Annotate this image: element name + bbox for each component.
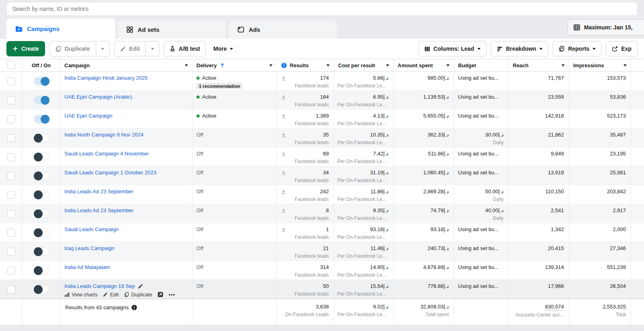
column-header-cost-per-result[interactable]: Cost per result <box>334 59 394 71</box>
column-header-reach[interactable]: Reach <box>509 59 569 71</box>
row-checkbox[interactable] <box>7 77 15 85</box>
campaign-toggle[interactable] <box>34 247 49 256</box>
row-checkbox[interactable] <box>7 267 15 275</box>
download-results-icon[interactable] <box>281 94 287 100</box>
view-charts-button[interactable]: View charts <box>64 292 97 298</box>
active-status-dot <box>196 95 200 99</box>
download-results-icon[interactable] <box>281 151 287 157</box>
tab-ads[interactable]: Ads <box>229 20 337 39</box>
budget-value: 40.00د.إ <box>457 207 504 214</box>
edit-dropdown[interactable] <box>146 41 159 56</box>
campaign-name-link[interactable]: India Leads Ad 23 September <box>64 188 133 194</box>
total-reach[interactable]: 830,574 <box>545 303 564 310</box>
column-header-delivery[interactable]: Delivery <box>192 59 277 71</box>
download-results-icon[interactable] <box>281 227 287 233</box>
search-input[interactable]: Search by name, ID or metrics <box>6 2 638 16</box>
column-header-impressions[interactable]: Impressions <box>569 59 631 71</box>
export-button[interactable]: Exp <box>606 41 638 56</box>
campaign-toggle[interactable] <box>34 209 49 218</box>
edit-button[interactable]: Edit <box>114 41 146 56</box>
campaign-name-link[interactable]: UAE Ejari Campaign (Arabic) <box>64 94 132 100</box>
campaign-toggle[interactable] <box>34 190 49 199</box>
campaign-name-link[interactable]: India North Campaign 9 Nov 2024 <box>64 132 144 138</box>
download-results-icon[interactable] <box>281 75 287 81</box>
campaign-name-link[interactable]: UAE Ejari Campaign <box>64 113 112 119</box>
campaign-name-link[interactable]: India Leads Ad 23 September <box>64 207 133 213</box>
reports-button[interactable]: Reports <box>553 41 602 56</box>
chevron-down-icon[interactable] <box>386 64 389 66</box>
download-results-icon[interactable] <box>281 189 287 195</box>
campaign-name-link[interactable]: India Campaign Hindi January 2025 <box>64 75 148 81</box>
chevron-down-icon[interactable] <box>623 64 627 66</box>
row-checkbox[interactable] <box>7 134 15 142</box>
select-all-checkbox[interactable] <box>7 61 15 69</box>
delivery-status: Off <box>196 132 203 138</box>
more-button[interactable]: More <box>210 41 236 56</box>
ab-test-button[interactable]: A/B test <box>163 41 206 56</box>
row-checkbox[interactable] <box>7 96 15 104</box>
breakdown-button[interactable]: Breakdown <box>491 41 549 56</box>
campaign-toggle[interactable] <box>34 153 49 161</box>
campaign-toggle[interactable] <box>34 77 49 85</box>
cost-type: Per On-Facebook Le... <box>337 158 388 165</box>
column-header-results[interactable]: Results <box>277 59 334 71</box>
download-results-icon[interactable] <box>281 132 287 138</box>
info-icon[interactable] <box>131 304 137 310</box>
duplicate-dropdown[interactable] <box>96 41 110 56</box>
tab-ad-sets[interactable]: Ad sets <box>118 20 226 39</box>
recommendation-badge[interactable]: 1 recommendation <box>196 83 242 89</box>
row-checkbox[interactable] <box>7 115 15 123</box>
campaign-toggle[interactable] <box>34 228 49 237</box>
campaign-toggle[interactable] <box>34 96 49 104</box>
more-options-button[interactable]: ••• <box>169 292 175 298</box>
campaign-name-link[interactable]: Saudi Leads Campaign 4 November <box>64 151 149 157</box>
campaign-name-link[interactable]: India Ad Malayalam <box>64 264 110 270</box>
campaign-toggle[interactable] <box>34 266 49 275</box>
duplicate-button[interactable]: Duplicate <box>49 41 96 56</box>
reach-value: 142,918 <box>512 112 564 119</box>
chevron-down-icon[interactable] <box>185 64 188 66</box>
campaign-toggle[interactable] <box>34 115 49 123</box>
chevron-down-icon[interactable] <box>561 64 565 66</box>
tab-campaigns[interactable]: Campaigns <box>6 19 115 39</box>
chevron-down-icon[interactable] <box>326 64 330 66</box>
horizontal-scrollbar-track[interactable] <box>0 325 644 331</box>
row-edit-button[interactable]: Edit <box>103 292 119 298</box>
chevron-down-icon[interactable] <box>446 64 450 66</box>
date-range-button[interactable]: Maximum: Jan 15, <box>568 19 644 35</box>
campaign-name-link[interactable]: Saudi Leads Campaign 1 October 2023 <box>64 170 156 176</box>
open-in-icon[interactable] <box>157 292 163 298</box>
campaign-toggle[interactable] <box>34 172 49 180</box>
row-duplicate-button[interactable]: Duplicate <box>124 292 152 298</box>
campaign-name-link[interactable]: India Leads Campaign 18 Sep <box>64 283 135 289</box>
download-results-icon[interactable] <box>281 113 287 119</box>
campaign-name-link[interactable]: Iraq Leads Campaign <box>64 245 114 251</box>
row-checkbox[interactable] <box>7 285 15 294</box>
total-impressions: 2,553,325 <box>572 303 626 310</box>
row-checkbox[interactable] <box>7 248 15 256</box>
row-checkbox[interactable] <box>7 210 15 218</box>
flask-icon <box>169 46 175 52</box>
create-button[interactable]: Create <box>6 41 45 56</box>
columns-button[interactable]: Columns: Lead <box>418 41 487 56</box>
column-header-campaign[interactable]: Campaign <box>60 59 192 71</box>
info-icon[interactable] <box>281 62 287 68</box>
table-row: India Leads Campaign 18 SepView chartsEd… <box>0 280 644 299</box>
campaign-toggle[interactable] <box>34 285 49 294</box>
chevron-down-icon[interactable] <box>269 64 272 66</box>
delivery-status: Off <box>196 151 203 157</box>
download-results-icon[interactable] <box>281 170 287 176</box>
row-checkbox[interactable] <box>7 229 15 237</box>
calendar-icon <box>573 24 580 31</box>
row-hover-actions: View chartsEditDuplicate••• <box>64 292 188 298</box>
column-header-budget[interactable]: Budget <box>454 59 509 71</box>
campaign-name-link[interactable]: Saudi Leads Campaign <box>64 226 119 232</box>
row-checkbox[interactable] <box>7 191 15 199</box>
column-header-amount-spent[interactable]: Amount spent <box>394 59 454 71</box>
campaign-toggle[interactable] <box>34 134 49 142</box>
row-checkbox[interactable] <box>7 153 15 161</box>
download-results-icon[interactable] <box>281 208 287 214</box>
chevron-down-icon <box>230 48 233 50</box>
edit-name-icon[interactable] <box>138 283 143 289</box>
row-checkbox[interactable] <box>7 172 15 180</box>
